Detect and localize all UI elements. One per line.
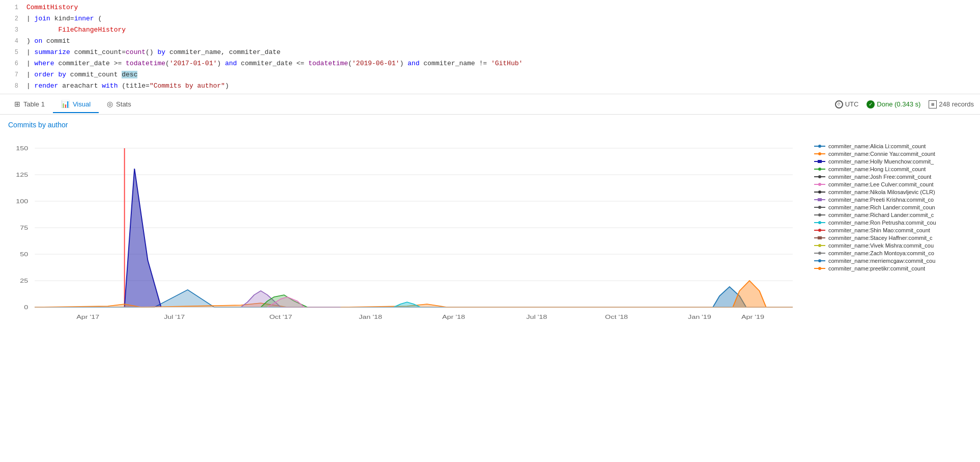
legend-label: commiter_name:preetikr:commit_count — [828, 265, 925, 271]
svg-text:Jan '19: Jan '19 — [688, 314, 711, 320]
legend-symbol — [814, 204, 825, 210]
line-number: 3 — [4, 24, 18, 36]
svg-marker-21 — [394, 302, 420, 307]
code-content: | where commiter_date >= todatetime('201… — [26, 58, 523, 69]
legend-symbol — [814, 212, 825, 218]
line-number: 4 — [4, 36, 18, 47]
svg-marker-16 — [125, 169, 793, 307]
svg-text:Jan '18: Jan '18 — [359, 314, 382, 320]
legend-symbol-svg — [814, 250, 825, 256]
status-done: ✓ Done (0.343 s) — [867, 100, 920, 108]
legend-item: commiter_name:Stacey Haffner:commit_c — [814, 235, 972, 241]
code-line: 8| render areachart with (title="Commits… — [0, 80, 980, 92]
code-line: 1CommitHistory — [0, 2, 980, 13]
legend-symbol — [814, 197, 825, 203]
code-content: | summarize commit_count=count() by comm… — [26, 47, 280, 58]
clock-icon: ⏱ — [835, 100, 843, 108]
code-line: 4) on commit — [0, 36, 980, 47]
legend-label: commiter_name:Nikola Milosavljevic (CLR) — [828, 189, 935, 195]
code-line: 6| where commiter_date >= todatetime('20… — [0, 58, 980, 69]
svg-text:125: 125 — [16, 172, 28, 178]
line-number: 7 — [4, 69, 18, 80]
legend-symbol — [814, 181, 825, 187]
code-content: | join kind=inner ( — [26, 13, 102, 24]
legend-item: commiter_name:Josh Free:commit_count — [814, 174, 972, 180]
records-label: 248 records — [939, 100, 974, 108]
svg-rect-59 — [818, 236, 822, 239]
code-line: 7| order by commit_count desc — [0, 69, 980, 80]
legend-item: commiter_name:Richard Lander:commit_c — [814, 212, 972, 218]
code-content: ) on commit — [26, 36, 70, 47]
legend-label: commiter_name:Stacey Haffner:commit_c — [828, 235, 933, 241]
svg-text:Apr '18: Apr '18 — [442, 314, 465, 320]
stats-icon: ◎ — [107, 100, 113, 108]
svg-point-41 — [818, 168, 821, 171]
code-content: | order by commit_count desc — [26, 69, 137, 80]
svg-text:100: 100 — [16, 198, 28, 205]
svg-point-67 — [818, 267, 821, 270]
legend-label: commiter_name:Vivek Mishra:commit_cou — [828, 242, 934, 249]
svg-point-45 — [818, 183, 821, 186]
svg-text:Jul '17: Jul '17 — [164, 314, 185, 320]
tab-table1[interactable]: ⊞Table 1 — [6, 96, 53, 113]
chart-svg: 150 125 100 75 50 25 0 — [8, 133, 806, 398]
legend-symbol-svg — [814, 181, 825, 187]
legend-symbol — [814, 227, 825, 233]
check-icon: ✓ — [867, 100, 875, 108]
legend-symbol-svg — [814, 212, 825, 218]
svg-text:Apr '19: Apr '19 — [741, 314, 764, 320]
code-line: 2| join kind=inner ( — [0, 13, 980, 24]
legend-label: commiter_name:Shin Mao:commit_count — [828, 227, 930, 233]
legend-symbol — [814, 250, 825, 256]
code-line: 3 FileChangeHistory — [0, 24, 980, 36]
svg-text:75: 75 — [20, 225, 28, 231]
records-icon: ▦ — [929, 100, 937, 108]
legend-symbol-svg — [814, 166, 825, 172]
chart-container: 150 125 100 75 50 25 0 — [8, 133, 972, 462]
svg-text:50: 50 — [20, 251, 28, 258]
svg-text:25: 25 — [20, 278, 28, 284]
svg-point-63 — [818, 252, 821, 255]
legend-symbol-svg — [814, 151, 825, 157]
legend-symbol — [814, 189, 825, 195]
chart-title: Commits by author — [8, 121, 972, 129]
legend-label: commiter_name:merriemcgaw:commit_cou — [828, 258, 935, 264]
svg-point-55 — [818, 221, 821, 224]
svg-text:150: 150 — [16, 145, 28, 152]
legend-symbol — [814, 158, 825, 165]
legend-item: commiter_name:Rich Lander:commit_coun — [814, 204, 972, 210]
main-content: Commits by author 150 125 100 — [0, 115, 980, 462]
code-content: FileChangeHistory — [26, 24, 126, 36]
tab-label-stats: Stats — [116, 100, 131, 108]
svg-text:Oct '18: Oct '18 — [605, 314, 628, 320]
svg-text:Apr '17: Apr '17 — [76, 314, 99, 320]
utc-badge: ⏱ UTC — [835, 100, 859, 108]
tab-stats[interactable]: ◎Stats — [99, 96, 139, 113]
legend-item: commiter_name:Lee Culver:commit_count — [814, 181, 972, 187]
code-content: | render areachart with (title="Commits … — [26, 80, 229, 92]
line-number: 5 — [4, 47, 18, 58]
legend-symbol-svg — [814, 220, 825, 226]
legend-item: commiter_name:Preeti Krishna:commit_co — [814, 197, 972, 203]
legend-symbol — [814, 174, 825, 180]
legend-symbol — [814, 220, 825, 226]
legend-symbol-svg — [814, 227, 825, 233]
legend-label: commiter_name:Hong Li:commit_count — [828, 166, 926, 172]
svg-point-43 — [818, 175, 821, 178]
svg-point-61 — [818, 244, 821, 247]
legend-symbol-svg — [814, 235, 825, 241]
chart-legend: commiter_name:Alicia Li:commit_countcomm… — [814, 133, 972, 462]
legend-item: commiter_name:Connie Yau:commit_count — [814, 151, 972, 157]
legend-item: commiter_name:merriemcgaw:commit_cou — [814, 258, 972, 264]
legend-label: commiter_name:Josh Free:commit_count — [828, 174, 931, 180]
legend-item: commiter_name:Ron Petrusha:commit_cou — [814, 220, 972, 226]
tab-visual[interactable]: 📊Visual — [53, 96, 99, 113]
svg-point-37 — [818, 152, 821, 155]
legend-label: commiter_name:Rich Lander:commit_coun — [828, 204, 935, 210]
line-number: 6 — [4, 58, 18, 69]
code-content: CommitHistory — [26, 2, 78, 13]
code-editor: 1CommitHistory2| join kind=inner (3 File… — [0, 0, 980, 94]
svg-point-53 — [818, 213, 821, 216]
legend-symbol-svg — [814, 189, 825, 195]
visual-icon: 📊 — [61, 100, 70, 108]
